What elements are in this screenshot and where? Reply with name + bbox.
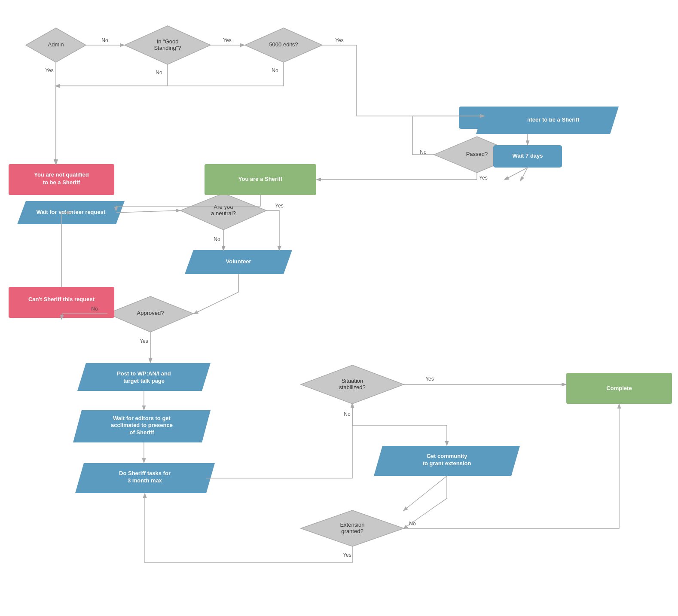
good-standing-label: In "Good — [157, 38, 179, 45]
cant-sheriff-text1: Can't Sheriff this request — [28, 296, 95, 302]
goodstanding-yes-label: Yes — [223, 37, 232, 43]
goodstanding-no-label: No — [156, 70, 162, 76]
wait-7-days-box — [459, 107, 528, 129]
wait-editors-text1: Wait for editors to get — [113, 415, 171, 421]
extension-no-label: No — [409, 521, 416, 527]
post-wp-box — [77, 363, 211, 391]
volunteer-to-approved-arrow — [194, 274, 238, 314]
admin-yes-label: Yes — [45, 67, 54, 73]
wait-volunteer-text: Wait for volunteer request — [37, 209, 106, 215]
get-community-text2: to grant extension — [423, 460, 471, 467]
approved-label: Approved? — [137, 310, 164, 316]
neutral-label1: Are you — [214, 204, 233, 210]
passed-no-label: No — [420, 149, 427, 155]
do-sheriff-text2: 3 month max — [128, 477, 162, 484]
volunteer-text: Volunteer — [226, 258, 251, 265]
not-qualified-text1: You are not qualified — [34, 171, 89, 178]
situation-label2: stabilized? — [339, 384, 365, 390]
situation-yes-label: Yes — [425, 376, 434, 382]
post-wp-text1: Post to WP:AN/I and — [117, 370, 171, 377]
complete-text: Complete — [606, 385, 632, 391]
edits-no-label: No — [272, 67, 278, 73]
good-standing-label2: Standing"? — [154, 45, 181, 51]
passed-yes-arrow — [317, 173, 477, 180]
wait-to-neutral-arrow — [116, 210, 180, 213]
passed-yes-label: Yes — [479, 175, 488, 181]
extension-label2: granted? — [341, 528, 363, 534]
admin-label: Admin — [48, 41, 64, 48]
edits-yes-label: Yes — [335, 37, 344, 43]
edits-yes-arrow — [322, 45, 484, 116]
do-to-situation-arrow — [206, 404, 352, 478]
neutral-label2: a neutral? — [211, 210, 236, 217]
neutral-yes-label: Yes — [275, 203, 284, 209]
admin-no-label: No — [101, 37, 108, 43]
approved-no-label: No — [91, 306, 98, 312]
you-are-sheriff-text: You are a Sheriff — [238, 176, 283, 182]
edits-no-arrow — [56, 62, 284, 86]
neutral-yes-arrow — [266, 210, 279, 250]
wait-editors-text2: acclimated to presence — [111, 422, 173, 428]
extension-yes-label: Yes — [343, 552, 351, 558]
neutral-no-label: No — [214, 236, 220, 242]
goodstanding-no-arrow — [56, 64, 168, 163]
wait-7-days-text: Wait 7 days — [512, 152, 543, 159]
edits-label: 5000 edits? — [269, 41, 298, 48]
passed-label: Passed? — [466, 151, 488, 157]
not-qualified-text2: to be a Sheriff — [43, 179, 80, 186]
wait-editors-text3: of Sheriff — [129, 429, 154, 436]
get-community-text1: Get community — [427, 453, 467, 459]
situation-no-arrow — [352, 404, 447, 445]
post-wp-text2: target talk page — [123, 378, 165, 384]
extension-label1: Extension — [340, 521, 364, 528]
situation-no-label: No — [344, 411, 351, 417]
approved-yes-label: Yes — [140, 338, 148, 344]
getcommunity-to-extension-arrow — [404, 476, 447, 510]
do-sheriff-text1: Do Sheriff tasks for — [119, 470, 171, 476]
situation-label1: Situation — [342, 378, 363, 384]
